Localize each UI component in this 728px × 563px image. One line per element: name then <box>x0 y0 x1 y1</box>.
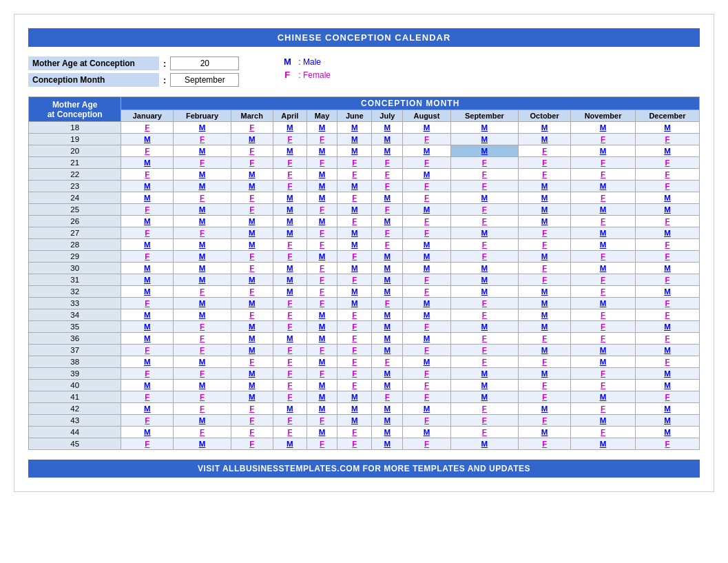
cell-24-8: M <box>450 192 519 204</box>
age-cell-28: 28 <box>29 239 121 251</box>
cell-37-3: F <box>273 345 307 356</box>
cell-34-5: F <box>337 309 372 321</box>
cell-43-11: M <box>635 415 699 427</box>
table-row: 44MFFFMFMMFMFM <box>29 427 700 438</box>
cell-25-7: M <box>403 204 450 216</box>
cell-29-4: M <box>307 251 337 263</box>
cell-33-2: M <box>231 298 273 309</box>
cell-20-9: F <box>519 145 571 157</box>
cell-42-11: M <box>635 403 699 415</box>
cell-33-7: M <box>403 298 450 309</box>
cell-35-4: M <box>307 321 337 333</box>
cell-18-1: M <box>174 122 231 134</box>
cell-45-8: M <box>450 438 519 450</box>
cell-18-6: M <box>372 122 403 134</box>
cell-34-8: F <box>450 309 519 321</box>
table-row: 20FMFMMMMMMFMM <box>29 145 700 157</box>
cell-20-10: M <box>571 145 636 157</box>
cell-39-8: M <box>450 368 519 380</box>
month-header-june: June <box>337 110 372 122</box>
cell-43-8: F <box>450 415 519 427</box>
cell-38-2: F <box>231 356 273 368</box>
cell-19-3: F <box>273 134 307 145</box>
cell-27-11: M <box>635 227 699 239</box>
month-header-december: December <box>635 110 699 122</box>
month-header-august: August <box>403 110 450 122</box>
cell-27-10: M <box>571 227 636 239</box>
month-input[interactable] <box>170 73 239 87</box>
cell-24-2: F <box>231 192 273 204</box>
age-cell-45: 45 <box>29 438 121 450</box>
age-cell-31: 31 <box>29 274 121 286</box>
cell-37-11: M <box>635 345 699 356</box>
cell-23-11: F <box>635 181 699 192</box>
cell-43-10: M <box>571 415 636 427</box>
legend-m-text: : Male <box>298 57 321 67</box>
cell-24-7: F <box>403 192 450 204</box>
cell-18-4: M <box>307 122 337 134</box>
cell-43-1: M <box>174 415 231 427</box>
age-input[interactable] <box>170 57 239 70</box>
cell-19-2: M <box>231 134 273 145</box>
cell-40-3: F <box>273 380 307 391</box>
cell-39-5: F <box>337 368 372 380</box>
cell-35-1: F <box>174 321 231 333</box>
table-row: 37FFMFFFMFFMMM <box>29 345 700 356</box>
month-header-row: JanuaryFebruaryMarchAprilMayJuneJulyAugu… <box>29 110 700 122</box>
cell-30-5: M <box>337 263 372 274</box>
cell-30-8: M <box>450 263 519 274</box>
cell-22-8: F <box>450 169 519 181</box>
cell-33-3: F <box>273 298 307 309</box>
cell-23-8: F <box>450 181 519 192</box>
cell-30-10: M <box>571 263 636 274</box>
age-cell-39: 39 <box>29 368 121 380</box>
cell-29-7: M <box>403 251 450 263</box>
cell-25-2: F <box>231 204 273 216</box>
cell-31-2: M <box>231 274 273 286</box>
cell-28-2: M <box>231 239 273 251</box>
cell-25-4: F <box>307 204 337 216</box>
cell-45-7: F <box>403 438 450 450</box>
cell-23-0: M <box>121 181 174 192</box>
cell-36-7: M <box>403 333 450 345</box>
cell-26-6: M <box>372 216 403 227</box>
month-header-february: February <box>174 110 231 122</box>
cell-22-11: F <box>635 169 699 181</box>
cell-34-4: M <box>307 309 337 321</box>
month-header-november: November <box>571 110 636 122</box>
cell-31-11: F <box>635 274 699 286</box>
cell-39-10: F <box>571 368 636 380</box>
cell-37-2: M <box>231 345 273 356</box>
table-row: 40MMMFMFMFMFFM <box>29 380 700 391</box>
cell-23-9: M <box>519 181 571 192</box>
table-row: 26MMMMMFMFFMFF <box>29 216 700 227</box>
cell-38-5: F <box>337 356 372 368</box>
cell-42-4: M <box>307 403 337 415</box>
table-row: 19MFMFFMMFMMFF <box>29 134 700 145</box>
cell-39-2: M <box>231 368 273 380</box>
cell-35-11: M <box>635 321 699 333</box>
table-row: 21MFFFFFFFFFFF <box>29 157 700 169</box>
cell-21-1: F <box>174 157 231 169</box>
cell-18-2: F <box>231 122 273 134</box>
cell-27-0: F <box>121 227 174 239</box>
cell-19-6: M <box>372 134 403 145</box>
cell-30-11: M <box>635 263 699 274</box>
cell-41-5: M <box>337 391 372 403</box>
footer-bar[interactable]: VISIT ALLBUSINESSTEMPLATES.COM FOR MORE … <box>28 460 700 478</box>
cell-20-6: M <box>372 145 403 157</box>
cell-44-7: M <box>403 427 450 438</box>
cell-32-8: M <box>450 286 519 298</box>
cell-42-5: M <box>337 403 372 415</box>
cell-21-7: F <box>403 157 450 169</box>
cell-20-2: F <box>231 145 273 157</box>
cell-19-4: F <box>307 134 337 145</box>
cell-24-11: M <box>635 192 699 204</box>
cell-36-9: F <box>519 333 571 345</box>
cell-26-4: M <box>307 216 337 227</box>
cell-28-5: M <box>337 239 372 251</box>
cell-30-3: M <box>273 263 307 274</box>
cell-31-10: F <box>571 274 636 286</box>
age-cell-34: 34 <box>29 309 121 321</box>
cell-27-7: F <box>403 227 450 239</box>
